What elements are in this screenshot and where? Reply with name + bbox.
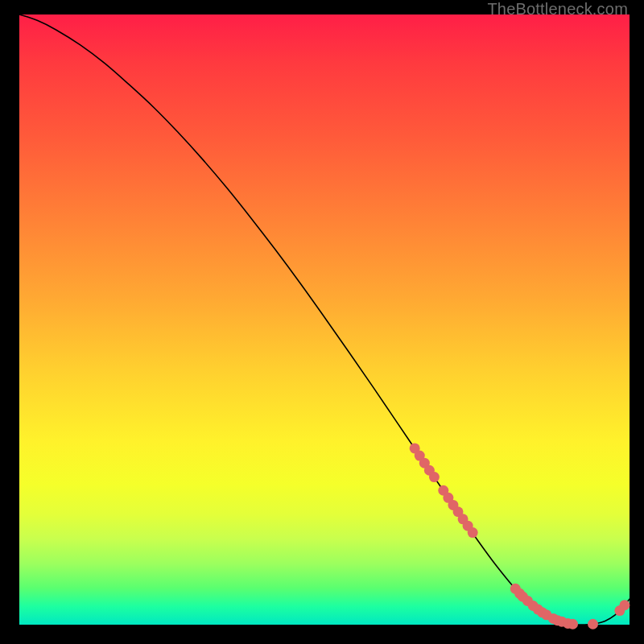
data-marker: [568, 619, 578, 630]
data-marker: [468, 527, 478, 538]
data-marker: [619, 600, 630, 610]
bottleneck-curve: [19, 14, 630, 625]
data-marker: [429, 472, 440, 482]
data-marker: [588, 619, 598, 630]
chart-overlay: [19, 14, 630, 625]
marker-group: [410, 443, 630, 629]
chart-stage: TheBottleneck.com: [0, 0, 644, 644]
